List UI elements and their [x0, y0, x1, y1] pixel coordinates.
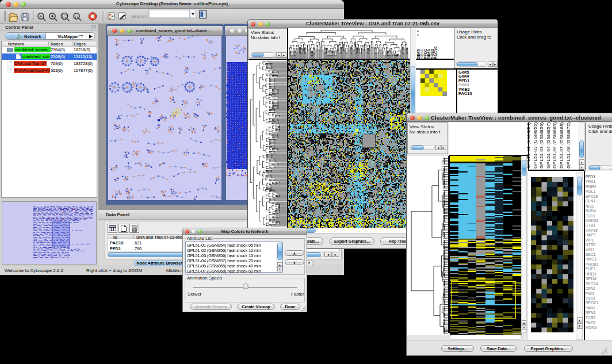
svg-text:1:1: 1:1	[74, 15, 79, 18]
svg-text:Search:: Search:	[131, 14, 147, 19]
